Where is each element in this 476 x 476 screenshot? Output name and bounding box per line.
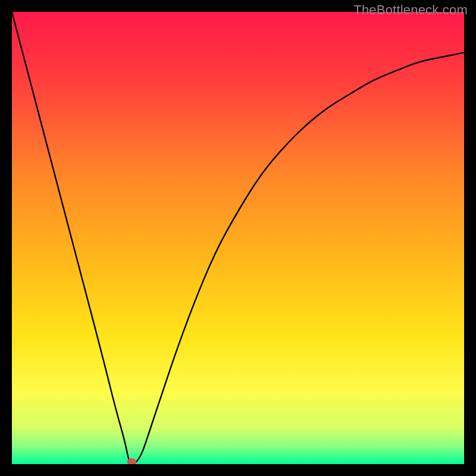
watermark: TheBottleneck.com [353, 2, 468, 18]
chart-background [12, 12, 464, 464]
chart-svg [12, 12, 464, 464]
plot-frame [12, 12, 464, 464]
